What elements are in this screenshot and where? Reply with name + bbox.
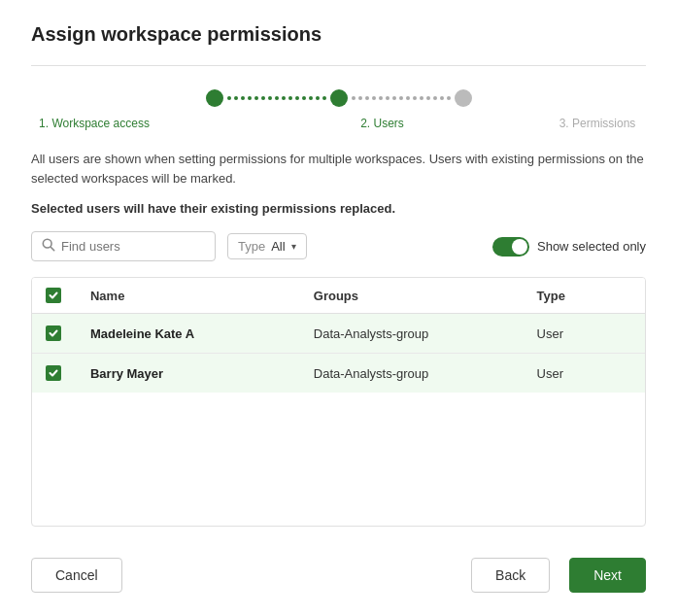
type-filter-value: All	[271, 239, 285, 254]
search-icon	[42, 238, 55, 255]
type-filter-label: Type	[238, 239, 265, 254]
users-table: Name Groups Type	[31, 277, 646, 527]
dot	[248, 96, 252, 100]
table-row: Barry Mayer Data-Analysts-group User	[32, 354, 645, 394]
step-dots-2-3	[352, 96, 451, 100]
controls-row: Type All ▾ Show selected only	[31, 231, 646, 261]
dot	[275, 96, 279, 100]
table-header-row: Name Groups Type	[32, 278, 645, 314]
dot	[234, 96, 238, 100]
dot	[352, 96, 355, 100]
dot	[254, 96, 258, 100]
stepper	[31, 89, 646, 107]
toggle-knob	[512, 239, 527, 255]
dot	[261, 96, 265, 100]
select-all-checkbox[interactable]	[46, 288, 61, 303]
dot	[316, 96, 320, 100]
show-selected-toggle[interactable]	[492, 237, 529, 257]
back-button[interactable]: Back	[471, 558, 550, 593]
step-circle-2	[330, 89, 348, 107]
row-1-name: Madeleine Kate A	[77, 314, 300, 354]
toggle-label: Show selected only	[537, 239, 646, 254]
info-warning: Selected users will have their existing …	[31, 201, 646, 216]
page-title: Assign workspace permissions	[31, 23, 646, 46]
dot	[322, 96, 326, 100]
info-description: All users are shown when setting permiss…	[31, 150, 646, 188]
step-label-3: 3. Permissions	[559, 117, 636, 130]
th-groups: Groups	[300, 278, 524, 314]
svg-line-1	[51, 247, 54, 251]
cancel-button[interactable]: Cancel	[31, 558, 122, 593]
dot	[406, 96, 410, 100]
dot	[282, 96, 286, 100]
row-1-checkbox[interactable]	[46, 325, 61, 341]
row-2-groups: Data-Analysts-group	[300, 354, 524, 394]
step-circle-1	[206, 89, 223, 107]
row-1-checkbox-cell	[32, 314, 77, 354]
dot	[379, 96, 383, 100]
search-input[interactable]	[61, 239, 205, 254]
footer-right: Back Next	[471, 558, 646, 593]
search-box[interactable]	[31, 231, 216, 261]
chevron-down-icon: ▾	[291, 241, 296, 252]
step-label-2: 2. Users	[360, 117, 404, 130]
step-circle-3	[455, 89, 472, 107]
dot	[268, 96, 272, 100]
th-checkbox	[32, 278, 77, 314]
step-label-1: 1. Workspace access	[39, 117, 150, 130]
dot	[413, 96, 417, 100]
dot	[440, 96, 444, 100]
row-2-type: User	[524, 354, 645, 394]
table-row: Madeleine Kate A Data-Analysts-group Use…	[32, 314, 645, 354]
row-2-name: Barry Mayer	[77, 354, 300, 394]
dot	[392, 96, 396, 100]
dot	[227, 96, 231, 100]
row-1-groups: Data-Analysts-group	[300, 314, 524, 354]
dot	[288, 96, 292, 100]
dot	[358, 96, 362, 100]
row-1-type: User	[524, 314, 645, 354]
th-type: Type	[524, 278, 645, 314]
show-selected-toggle-group: Show selected only	[492, 237, 646, 257]
dot	[386, 96, 389, 100]
dot	[295, 96, 299, 100]
type-filter[interactable]: Type All ▾	[227, 233, 307, 259]
title-divider	[31, 65, 646, 66]
footer: Cancel Back Next	[31, 546, 646, 593]
dot	[309, 96, 313, 100]
step-dots-1-2	[227, 96, 326, 100]
next-button[interactable]: Next	[569, 558, 646, 593]
dot	[426, 96, 430, 100]
dot	[433, 96, 437, 100]
dot	[365, 96, 369, 100]
dot	[302, 96, 306, 100]
dot	[420, 96, 423, 100]
dot	[399, 96, 403, 100]
row-2-checkbox[interactable]	[46, 365, 61, 381]
dot	[447, 96, 451, 100]
dot	[241, 96, 245, 100]
dot	[372, 96, 376, 100]
modal: Assign workspace permissions	[0, 0, 677, 616]
th-name: Name	[77, 278, 300, 314]
row-2-checkbox-cell	[32, 354, 77, 394]
